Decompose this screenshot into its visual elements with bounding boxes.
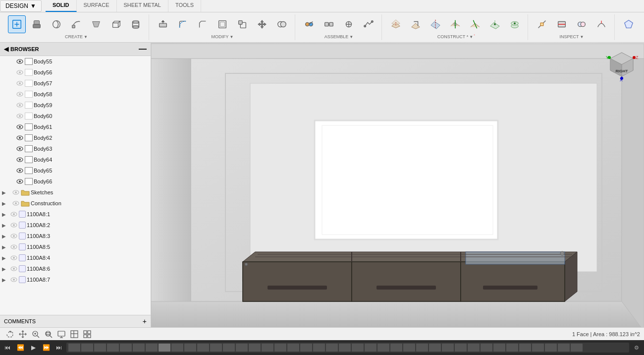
- shell-button[interactable]: [214, 15, 231, 33]
- timeline-item[interactable]: [313, 344, 325, 352]
- timeline-item[interactable]: [81, 344, 93, 352]
- timeline-item[interactable]: [133, 344, 145, 352]
- point-button[interactable]: [486, 15, 504, 33]
- orbit-tool-button[interactable]: [4, 329, 16, 340]
- grid-button[interactable]: [68, 329, 80, 340]
- visibility-icon[interactable]: [16, 79, 24, 87]
- design-button[interactable]: DESIGN ▼: [0, 0, 42, 12]
- tree-item-body55[interactable]: Body55: [0, 56, 151, 67]
- drive-joints-button[interactable]: [340, 15, 358, 33]
- sidebar-collapse-button[interactable]: ◀: [4, 46, 8, 53]
- press-pull-button[interactable]: [154, 15, 172, 33]
- tree-item-1100a8-5[interactable]: ▶ 1100A8:5: [0, 241, 151, 252]
- offset-plane-button[interactable]: [387, 15, 405, 33]
- box-button[interactable]: [107, 15, 125, 33]
- scale-button[interactable]: [233, 15, 251, 33]
- visibility-icon[interactable]: [10, 232, 18, 240]
- curvature-button[interactable]: [592, 15, 610, 33]
- interference-button[interactable]: [573, 15, 590, 33]
- tree-item-body59[interactable]: Body59: [0, 100, 151, 111]
- tab-tools[interactable]: TOOLS: [168, 0, 201, 12]
- visibility-icon[interactable]: [16, 167, 24, 175]
- combine-button[interactable]: [273, 15, 291, 33]
- rigid-group-button[interactable]: [320, 15, 338, 33]
- timeline-item[interactable]: [442, 344, 454, 352]
- timeline-prev-button[interactable]: ⏪: [15, 342, 26, 353]
- visibility-icon[interactable]: [16, 101, 24, 109]
- timeline-item[interactable]: [68, 344, 80, 352]
- tree-item-body61[interactable]: Body61: [0, 121, 151, 132]
- new-component-button[interactable]: [8, 15, 26, 33]
- expand-arrow-icon[interactable]: ▶: [2, 212, 10, 217]
- expand-arrow-icon[interactable]: ▶: [2, 223, 10, 228]
- timeline-item[interactable]: [287, 344, 299, 352]
- timeline-item[interactable]: [377, 344, 389, 352]
- visibility-icon[interactable]: [16, 58, 24, 65]
- angle-plane-button[interactable]: [407, 15, 425, 33]
- timeline-item[interactable]: [352, 344, 364, 352]
- tab-surface[interactable]: SURFACE: [77, 0, 117, 12]
- timeline-item[interactable]: [94, 344, 106, 352]
- timeline-item[interactable]: [532, 344, 544, 352]
- view-cube[interactable]: RIGHT Z Y X: [604, 48, 639, 82]
- timeline-item[interactable]: [171, 344, 183, 352]
- tree-item-body58[interactable]: Body58: [0, 89, 151, 100]
- view-options-button[interactable]: [81, 329, 93, 340]
- timeline-settings-button[interactable]: ⚙: [631, 342, 642, 353]
- timeline-item[interactable]: [300, 344, 312, 352]
- fillet-button[interactable]: [174, 15, 192, 33]
- timeline-play-button[interactable]: ▶: [28, 342, 39, 353]
- timeline-prev-start-button[interactable]: ⏮: [2, 342, 13, 353]
- tree-item-1100a8-3[interactable]: ▶ 1100A8:3: [0, 231, 151, 241]
- timeline-item[interactable]: [262, 344, 273, 352]
- timeline-item[interactable]: [558, 344, 570, 352]
- revolve-button[interactable]: [48, 15, 65, 33]
- comments-add-icon[interactable]: +: [143, 317, 147, 325]
- tab-sheet-metal[interactable]: SHEET METAL: [117, 0, 168, 12]
- tree-item-body66[interactable]: Body66: [0, 176, 151, 187]
- visibility-icon[interactable]: [10, 243, 18, 251]
- timeline-item[interactable]: [146, 344, 158, 352]
- timeline-next-button[interactable]: ⏩: [41, 342, 52, 353]
- timeline-item[interactable]: [223, 344, 235, 352]
- midplane-button[interactable]: [427, 15, 444, 33]
- timeline-item[interactable]: [571, 344, 583, 352]
- visibility-icon[interactable]: [16, 145, 24, 153]
- visibility-icon[interactable]: [12, 188, 20, 196]
- tree-item-body64[interactable]: Body64: [0, 154, 151, 165]
- sidebar-minimize-button[interactable]: —: [139, 45, 147, 54]
- zoom-tool-button[interactable]: [30, 329, 42, 340]
- joint-button[interactable]: [300, 15, 318, 33]
- visibility-icon[interactable]: [10, 210, 18, 218]
- visibility-icon[interactable]: [16, 112, 24, 120]
- timeline-item[interactable]: [339, 344, 351, 352]
- tree-item-body62[interactable]: Body62: [0, 132, 151, 143]
- chamfer-button[interactable]: [194, 15, 212, 33]
- expand-arrow-icon[interactable]: ▶: [2, 244, 10, 250]
- tree-item-1100a8-1[interactable]: ▶ 1100A8:1: [0, 209, 151, 220]
- timeline-item[interactable]: [159, 344, 170, 352]
- timeline-item[interactable]: [274, 344, 286, 352]
- tree-item-1100a8-6[interactable]: ▶ 1100A8:6: [0, 263, 151, 274]
- axis-through-button[interactable]: [446, 15, 464, 33]
- display-settings-button[interactable]: [55, 329, 67, 340]
- timeline-item[interactable]: [236, 344, 248, 352]
- tree-item-body65[interactable]: Body65: [0, 165, 151, 176]
- insert-mesh-button[interactable]: [620, 15, 638, 33]
- timeline-item[interactable]: [197, 344, 209, 352]
- extrude-button[interactable]: [28, 15, 46, 33]
- expand-arrow-icon[interactable]: ▶: [2, 255, 10, 261]
- tree-item-1100a8-7[interactable]: ▶ 1100A8:7: [0, 274, 151, 285]
- expand-arrow-icon[interactable]: ▶: [2, 190, 12, 195]
- visibility-icon[interactable]: [10, 265, 18, 273]
- timeline-item[interactable]: [210, 344, 222, 352]
- timeline-item[interactable]: [326, 344, 338, 352]
- insert-svg-button[interactable]: SVG: [640, 15, 644, 33]
- timeline-item[interactable]: [468, 344, 480, 352]
- timeline-item[interactable]: [390, 344, 402, 352]
- sweep-button[interactable]: [67, 15, 85, 33]
- zoom-window-button[interactable]: [43, 329, 54, 340]
- tree-item-construction[interactable]: ▶ Construction: [0, 198, 151, 209]
- timeline-item[interactable]: [249, 344, 261, 352]
- timeline-item[interactable]: [481, 344, 492, 352]
